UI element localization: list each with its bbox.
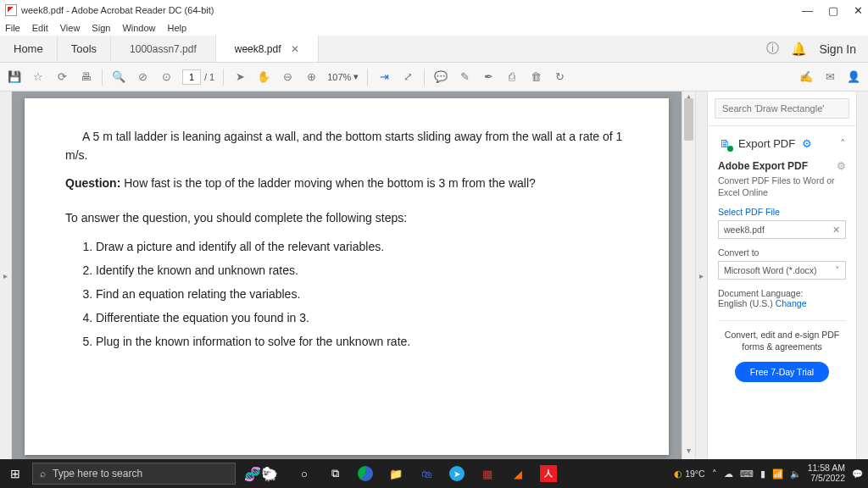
app-icon-2[interactable]: ◢ bbox=[509, 464, 527, 483]
minimize-button[interactable]: — bbox=[802, 4, 813, 17]
zoom-out-icon[interactable]: ⊖ bbox=[280, 69, 295, 85]
people-icon[interactable]: 👤 bbox=[846, 69, 861, 85]
telegram-icon[interactable]: ➤ bbox=[448, 464, 466, 483]
volume-icon[interactable]: 🔈 bbox=[790, 469, 801, 480]
tab-document-2-label: week8.pdf bbox=[235, 43, 281, 55]
help-icon[interactable]: ⓘ bbox=[766, 41, 779, 57]
delete-icon[interactable]: 🗑 bbox=[528, 69, 543, 85]
menu-help[interactable]: Help bbox=[168, 23, 187, 33]
menu-sign[interactable]: Sign bbox=[92, 23, 110, 33]
zoom-level[interactable]: 107% ▾ bbox=[327, 71, 359, 82]
taskbar-search[interactable]: ⌕ Type here to search bbox=[32, 463, 236, 485]
tab-home[interactable]: Home bbox=[0, 36, 58, 62]
document-scrollbar[interactable]: ▴ ▾ bbox=[682, 92, 695, 459]
search-icon: ⌕ bbox=[40, 468, 46, 480]
menu-window[interactable]: Window bbox=[122, 23, 155, 33]
star-icon[interactable]: ☆ bbox=[31, 69, 46, 85]
document-viewport[interactable]: A 5 m tall ladder is leaning against a w… bbox=[12, 92, 682, 459]
free-trial-button[interactable]: Free 7-Day Trial bbox=[735, 362, 829, 382]
right-rail-toggle[interactable]: ▸ bbox=[695, 92, 707, 459]
tab-tools[interactable]: Tools bbox=[58, 36, 111, 62]
tab-close-button[interactable]: ✕ bbox=[291, 43, 299, 55]
page-down-icon[interactable]: ⊙ bbox=[159, 69, 174, 85]
weather-widget[interactable]: ◐ 19°C bbox=[674, 469, 704, 479]
menu-file[interactable]: File bbox=[5, 23, 20, 33]
cloud-icon[interactable]: ⟳ bbox=[54, 69, 70, 85]
sign-tool-icon[interactable]: ✍ bbox=[798, 69, 814, 85]
hand-icon[interactable]: ✋ bbox=[256, 69, 271, 85]
sign-in-button[interactable]: Sign In bbox=[819, 42, 856, 56]
tools-panel: 🗎 Export PDF ⚙ ˄ Adobe Export PDF⚙ Conve… bbox=[707, 92, 868, 459]
panel-search-input[interactable] bbox=[715, 98, 849, 119]
panel-subtitle: Convert PDF Files to Word or Excel Onlin… bbox=[718, 175, 846, 198]
battery-icon[interactable]: ▮ bbox=[760, 469, 765, 479]
cortana-icon[interactable]: ○ bbox=[295, 464, 314, 483]
chevron-up-icon[interactable]: ˄ bbox=[840, 137, 846, 150]
sign-icon[interactable]: ✒ bbox=[481, 69, 496, 85]
selection-icon[interactable]: ➤ bbox=[232, 69, 248, 85]
store-icon[interactable]: 🛍 bbox=[417, 464, 436, 483]
steps-list: Draw a picture and identify all of the r… bbox=[96, 235, 628, 353]
keyboard-icon[interactable]: ⌨ bbox=[740, 469, 754, 479]
explorer-icon[interactable]: 📁 bbox=[387, 464, 405, 483]
page-indicator: / 1 bbox=[182, 69, 214, 85]
stamp-icon[interactable]: ⎙ bbox=[504, 69, 520, 85]
tab-document-2[interactable]: week8.pdf ✕ bbox=[216, 36, 320, 62]
scroll-thumb[interactable] bbox=[684, 98, 693, 141]
tray-chevron-icon[interactable]: ˄ bbox=[712, 469, 717, 479]
panel-scrollbar[interactable] bbox=[856, 92, 868, 459]
separator bbox=[367, 69, 368, 86]
taskbar-widget-icon[interactable]: 🧬🐑 bbox=[244, 466, 278, 482]
comment-icon[interactable]: 💬 bbox=[433, 69, 448, 85]
taskbar-search-placeholder: Type here to search bbox=[53, 468, 142, 480]
content-area: ▸ A 5 m tall ladder is leaning against a… bbox=[0, 92, 868, 459]
fit-page-icon[interactable]: ⤢ bbox=[400, 69, 415, 85]
bell-icon[interactable]: 🔔 bbox=[791, 42, 807, 57]
acrobat-taskbar-icon[interactable]: 人 bbox=[539, 464, 558, 483]
scroll-down-icon[interactable]: ▾ bbox=[682, 446, 695, 459]
separator bbox=[102, 69, 103, 86]
window-titlebar: week8.pdf - Adobe Acrobat Reader DC (64-… bbox=[0, 0, 868, 20]
promo-section: Convert, edit and e-sign PDFforms & agre… bbox=[718, 320, 846, 381]
tab-document-1-label: 1000assn7.pdf bbox=[130, 43, 197, 55]
signin-area: ⓘ 🔔 Sign In bbox=[754, 36, 868, 62]
close-window-button[interactable]: ✕ bbox=[854, 4, 863, 17]
tab-document-1[interactable]: 1000assn7.pdf bbox=[111, 36, 216, 62]
select-pdf-link[interactable]: Select PDF File bbox=[718, 207, 846, 217]
question-paragraph: Question: How fast is the top of the lad… bbox=[65, 174, 628, 192]
convert-format-select[interactable]: Microsoft Word (*.docx) ˅ bbox=[718, 261, 846, 280]
save-icon[interactable]: 💾 bbox=[7, 69, 22, 85]
system-tray: ◐ 19°C ˄ ☁ ⌨ ▮ 📶 🔈 11:58 AM 7/5/2022 💬 bbox=[674, 463, 863, 483]
left-rail[interactable]: ▸ bbox=[0, 92, 12, 459]
wifi-icon[interactable]: 📶 bbox=[772, 469, 783, 480]
settings-icon[interactable]: ⚙ bbox=[837, 160, 846, 172]
selected-file-field[interactable]: week8.pdf ✕ bbox=[718, 220, 846, 239]
zoom-search-icon[interactable]: 🔍 bbox=[111, 69, 126, 85]
maximize-button[interactable]: ▢ bbox=[828, 4, 838, 17]
clear-file-icon[interactable]: ✕ bbox=[832, 225, 840, 235]
notifications-icon[interactable]: 💬 bbox=[852, 469, 863, 480]
print-icon[interactable]: 🖶 bbox=[78, 69, 93, 85]
intro-paragraph: A 5 m tall ladder is leaning against a w… bbox=[65, 127, 628, 165]
highlight-icon[interactable]: ✎ bbox=[457, 69, 472, 85]
start-button[interactable]: ⊞ bbox=[0, 459, 31, 488]
gear-icon[interactable]: ⚙ bbox=[802, 137, 812, 150]
edge-icon[interactable] bbox=[356, 464, 375, 483]
step-item: Draw a picture and identify all of the r… bbox=[96, 235, 628, 258]
taskview-icon[interactable]: ⧉ bbox=[326, 464, 344, 483]
app-icon[interactable]: ▦ bbox=[478, 464, 497, 483]
zoom-in-icon[interactable]: ⊕ bbox=[303, 69, 319, 85]
menu-view[interactable]: View bbox=[60, 23, 81, 33]
mail-icon[interactable]: ✉ bbox=[822, 69, 837, 85]
change-language-link[interactable]: Change bbox=[776, 298, 807, 308]
rotate-icon[interactable]: ↻ bbox=[552, 69, 567, 85]
onedrive-icon[interactable]: ☁ bbox=[724, 469, 733, 479]
menu-edit[interactable]: Edit bbox=[32, 23, 48, 33]
pdf-logo-icon bbox=[5, 4, 17, 16]
page-up-icon[interactable]: ⊘ bbox=[135, 69, 150, 85]
export-pdf-row[interactable]: 🗎 Export PDF ⚙ ˄ bbox=[708, 130, 856, 157]
page-current-input[interactable] bbox=[182, 69, 201, 85]
clock[interactable]: 11:58 AM 7/5/2022 bbox=[808, 463, 845, 483]
fit-width-icon[interactable]: ⇥ bbox=[376, 69, 392, 85]
panel-title: Adobe Export PDF⚙ bbox=[718, 160, 846, 172]
